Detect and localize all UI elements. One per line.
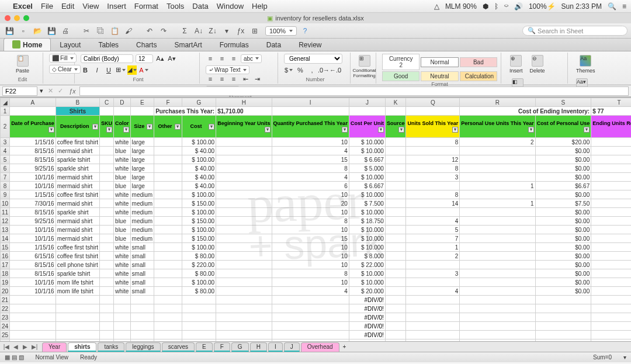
- cell[interactable]: [385, 339, 406, 342]
- mlm-status[interactable]: MLM 90%: [445, 2, 477, 11]
- align-mid-icon[interactable]: ≡: [217, 54, 227, 63]
- cell[interactable]: $ 150.00: [182, 234, 216, 243]
- paste-icon[interactable]: 📋: [109, 25, 120, 37]
- cell[interactable]: [591, 304, 631, 313]
- cell[interactable]: [100, 190, 114, 199]
- cell[interactable]: 10: [272, 243, 349, 252]
- cell[interactable]: 4: [406, 287, 460, 296]
- cell[interactable]: $ 80.00: [182, 269, 216, 278]
- increase-decimal-icon[interactable]: .0→: [319, 65, 328, 75]
- cell[interactable]: [460, 296, 535, 304]
- cell[interactable]: sparkle shirt: [56, 208, 99, 217]
- filter-dropdown-icon[interactable]: ▾: [452, 127, 458, 133]
- cell[interactable]: [216, 208, 272, 217]
- cell[interactable]: [272, 296, 349, 304]
- filter-dropdown-icon[interactable]: ▾: [175, 124, 181, 130]
- column-header-cell[interactable]: Personal Use Units This Year▾: [460, 116, 535, 138]
- cell[interactable]: coffee first tshirt: [56, 138, 99, 147]
- sheet-nav-last-icon[interactable]: ▶|: [30, 344, 39, 350]
- column-header[interactable]: H: [216, 98, 272, 107]
- cell[interactable]: [100, 147, 114, 155]
- spreadsheet-grid[interactable]: paper+ spark ◢ABCDEFGHIJKQRST 1ShirtsPur…: [0, 97, 631, 341]
- column-header-cell[interactable]: Description▾: [56, 116, 99, 138]
- cell[interactable]: [216, 217, 272, 226]
- cell[interactable]: 10/1/16: [10, 287, 56, 296]
- row-header[interactable]: 9: [1, 190, 10, 199]
- cell[interactable]: [154, 226, 182, 234]
- new-icon[interactable]: ▫: [18, 25, 29, 37]
- cell[interactable]: [460, 217, 535, 226]
- row-header[interactable]: 15: [1, 243, 10, 252]
- cell[interactable]: 10: [272, 138, 349, 147]
- cell[interactable]: 10/1/16: [10, 278, 56, 287]
- column-header[interactable]: B: [56, 98, 99, 107]
- cell[interactable]: $ 100.00: [182, 138, 216, 147]
- formula-input[interactable]: [79, 86, 629, 96]
- cell[interactable]: $0.00: [535, 147, 591, 155]
- row-header[interactable]: 26: [1, 339, 10, 342]
- cell[interactable]: mom life tshirt: [56, 278, 99, 287]
- row-header[interactable]: 5: [1, 155, 10, 164]
- cell[interactable]: $ 80.00: [182, 252, 216, 261]
- column-header[interactable]: D: [114, 98, 131, 107]
- cell[interactable]: [591, 252, 631, 261]
- cell[interactable]: [591, 331, 631, 339]
- menu-help[interactable]: Help: [252, 2, 268, 11]
- cell[interactable]: [385, 199, 406, 208]
- cell[interactable]: [130, 107, 154, 116]
- cell[interactable]: $ 10.000: [349, 269, 385, 278]
- cell[interactable]: $0.00: [535, 234, 591, 243]
- cell[interactable]: 1: [460, 182, 535, 190]
- cell[interactable]: Cost of Ending Inventory:: [460, 107, 591, 116]
- cell[interactable]: [10, 313, 56, 322]
- copy-icon[interactable]: ⿻: [95, 25, 106, 37]
- cell[interactable]: 8: [406, 164, 460, 173]
- cell[interactable]: [10, 322, 56, 331]
- cell[interactable]: 1/15/16: [10, 138, 56, 147]
- filter-dropdown-icon[interactable]: ▾: [342, 127, 348, 133]
- cell[interactable]: [406, 339, 460, 342]
- filter-dropdown-icon[interactable]: ▾: [209, 124, 214, 130]
- cell[interactable]: $1,710.00: [216, 107, 272, 116]
- cell[interactable]: #DIV/0!: [349, 313, 385, 322]
- underline-button[interactable]: U: [104, 65, 113, 75]
- column-header-cell[interactable]: Cost▾: [182, 116, 216, 138]
- style-neutral[interactable]: Neutral: [421, 71, 458, 81]
- cell[interactable]: [100, 182, 114, 190]
- cell[interactable]: [591, 269, 631, 278]
- undo-icon[interactable]: ↶: [144, 25, 155, 37]
- cell[interactable]: [154, 243, 182, 252]
- cell[interactable]: sparkle tshirt: [56, 269, 99, 278]
- cell[interactable]: [216, 339, 272, 342]
- cell[interactable]: [100, 217, 114, 226]
- cell[interactable]: [385, 138, 406, 147]
- sheet-tab[interactable]: F: [214, 342, 230, 352]
- window-close-icon[interactable]: [5, 15, 11, 21]
- cell[interactable]: mom life tshirt: [56, 287, 99, 296]
- cancel-formula-icon[interactable]: ✕: [46, 87, 56, 95]
- cell[interactable]: 8/15/16: [10, 155, 56, 164]
- cell[interactable]: $0.00: [535, 217, 591, 226]
- bold-button[interactable]: B: [81, 65, 90, 75]
- align-center-icon[interactable]: ≡: [217, 74, 227, 84]
- cell[interactable]: [460, 226, 535, 234]
- cell[interactable]: [385, 190, 406, 199]
- cell[interactable]: small: [130, 269, 154, 278]
- wifi-icon[interactable]: ⌔: [504, 2, 508, 11]
- column-header-cell[interactable]: Quantity Purchased This Year▾: [272, 116, 349, 138]
- cell[interactable]: #DIV/0!: [349, 296, 385, 304]
- cell[interactable]: 1: [460, 199, 535, 208]
- cell[interactable]: 15: [272, 234, 349, 243]
- ribbon-tab-data[interactable]: Data: [258, 39, 290, 51]
- cell[interactable]: [591, 199, 631, 208]
- column-header[interactable]: E: [130, 98, 154, 107]
- cell[interactable]: 7: [406, 234, 460, 243]
- cell[interactable]: [591, 339, 631, 342]
- bluetooth-icon[interactable]: ᛒ: [494, 2, 498, 11]
- cell[interactable]: [182, 296, 216, 304]
- column-header[interactable]: G: [182, 98, 216, 107]
- cell[interactable]: [591, 155, 631, 164]
- cell[interactable]: 3: [406, 173, 460, 182]
- cell[interactable]: [154, 252, 182, 261]
- cell[interactable]: white: [114, 243, 131, 252]
